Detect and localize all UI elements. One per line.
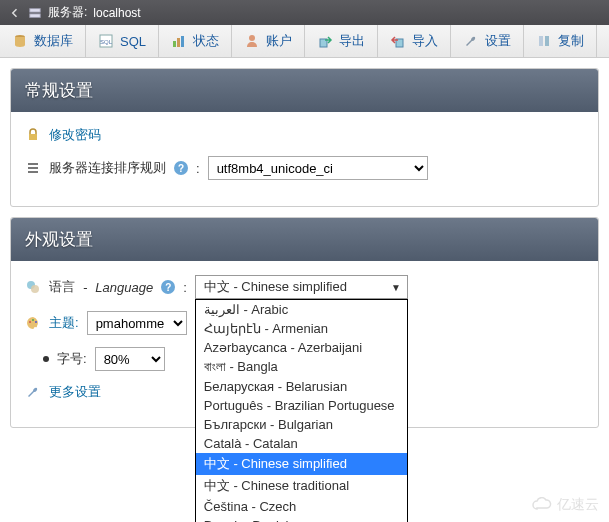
svg-point-20 [32,319,34,321]
language-selected-value: 中文 - Chinese simplified [204,278,347,296]
tab-status[interactable]: 状态 [159,25,232,57]
watermark: 亿速云 [531,496,599,514]
tab-label: SQL [120,34,146,49]
tab-databases[interactable]: 数据库 [0,25,86,57]
wrench-icon [463,33,479,49]
tab-label: 账户 [266,32,292,50]
palette-icon [25,315,41,331]
server-name: localhost [93,6,140,20]
server-label: 服务器: [48,4,87,21]
language-option[interactable]: Čeština - Czech [196,497,407,516]
tab-label: 数据库 [34,32,73,50]
status-icon [171,33,187,49]
chevron-down-icon: ▼ [391,282,401,293]
collation-label: 服务器连接排序规则 [49,159,166,177]
svg-rect-0 [30,8,41,12]
language-option[interactable]: বাংলা - Bangla [196,357,407,377]
tab-replication[interactable]: 复制 [524,25,597,57]
help-icon[interactable]: ? [161,280,175,294]
svg-point-19 [29,321,31,323]
collation-row: 服务器连接排序规则 ? : utf8mb4_unicode_ci [25,156,584,180]
tab-label: 状态 [193,32,219,50]
cloud-icon [531,497,553,514]
language-option[interactable]: Беларуская - Belarusian [196,377,407,396]
language-select[interactable]: 中文 - Chinese simplified ▼ العربية - Arab… [195,275,408,299]
lock-icon [25,127,41,143]
help-icon[interactable]: ? [174,161,188,175]
svg-point-21 [35,321,37,323]
language-dropdown[interactable]: العربية - ArabicՀայերէն - ArmenianAzərba… [195,299,408,522]
svg-rect-6 [177,38,180,47]
tab-label: 导出 [339,32,365,50]
svg-rect-1 [30,13,41,17]
change-password-row: 修改密码 [25,126,584,144]
appearance-settings-panel: 外观设置 语言 - Language ? : 中文 - Chinese simp… [10,217,599,428]
language-row: 语言 - Language ? : 中文 - Chinese simplifie… [25,275,584,299]
svg-rect-7 [181,36,184,47]
server-header: 服务器: localhost [0,0,609,25]
fontsize-label: 字号: [57,350,87,368]
theme-label: 主题: [49,314,79,332]
replication-icon [536,33,552,49]
export-icon [317,33,333,49]
svg-rect-12 [545,36,549,46]
main-tabs: 数据库 SQL SQL 状态 账户 导出 导入 设置 [0,25,609,58]
theme-select[interactable]: pmahomme [87,311,187,335]
bullet-icon [43,356,49,362]
language-option[interactable]: العربية - Arabic [196,300,407,319]
watermark-text: 亿速云 [557,496,599,514]
language-option[interactable]: Հայերէն - Armenian [196,319,407,338]
tab-sql[interactable]: SQL SQL [86,25,159,57]
svg-point-18 [31,285,39,293]
import-icon [390,33,406,49]
collation-select[interactable]: utf8mb4_unicode_ci [208,156,428,180]
fontsize-select[interactable]: 80% [95,347,165,371]
general-settings-panel: 常规设置 修改密码 服务器连接排序规则 ? : utf8mb4_unicode_… [10,68,599,207]
more-settings-link[interactable]: 更多设置 [49,383,101,401]
language-option[interactable]: Български - Bulgarian [196,415,407,434]
tab-label: 导入 [412,32,438,50]
language-option[interactable]: Português - Brazilian Portuguese [196,396,407,415]
database-icon [12,33,28,49]
wrench-icon [25,384,41,400]
svg-rect-11 [539,36,543,46]
language-option[interactable]: Dansk - Danish [196,516,407,522]
list-icon [25,160,41,176]
change-password-link[interactable]: 修改密码 [49,126,101,144]
tab-settings[interactable]: 设置 [451,25,524,57]
language-label-zh: 语言 [49,278,75,296]
server-icon [28,6,42,20]
tab-accounts[interactable]: 账户 [232,25,305,57]
accounts-icon [244,33,260,49]
back-arrow-icon[interactable] [8,6,22,20]
svg-rect-13 [29,134,37,140]
tab-export[interactable]: 导出 [305,25,378,57]
language-icon [25,279,41,295]
svg-text:SQL: SQL [100,39,113,45]
svg-point-8 [249,35,255,41]
language-option[interactable]: Català - Catalan [196,434,407,453]
sql-icon: SQL [98,33,114,49]
panel-title: 外观设置 [11,218,598,261]
language-label-en: Language [95,280,153,295]
tab-label: 复制 [558,32,584,50]
language-option[interactable]: 中文 - Chinese traditional [196,475,407,497]
tab-import[interactable]: 导入 [378,25,451,57]
language-select-display[interactable]: 中文 - Chinese simplified ▼ [195,275,408,299]
language-option[interactable]: 中文 - Chinese simplified [196,453,407,475]
language-option[interactable]: Azərbaycanca - Azerbaijani [196,338,407,357]
svg-rect-5 [173,41,176,47]
panel-title: 常规设置 [11,69,598,112]
tab-label: 设置 [485,32,511,50]
